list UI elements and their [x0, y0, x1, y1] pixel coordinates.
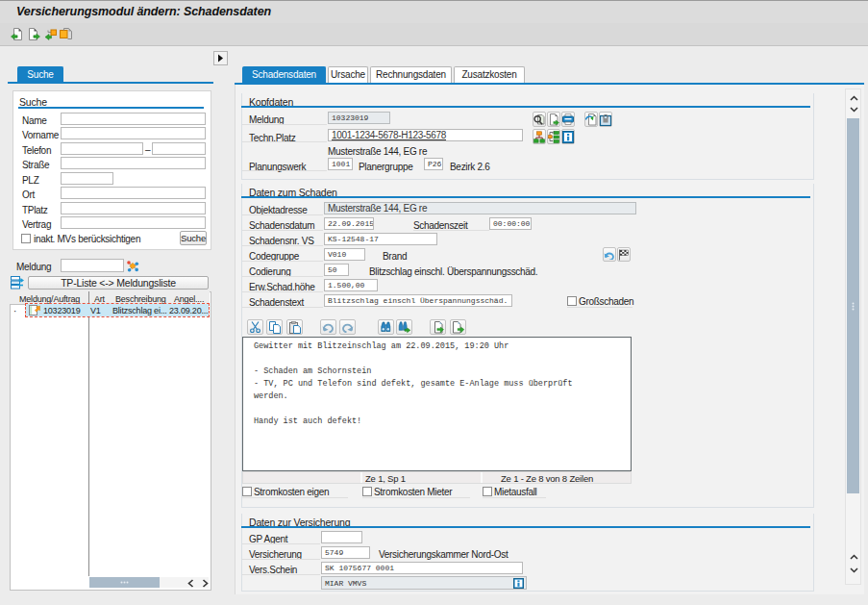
vscroll-up-bottom-icon[interactable]	[850, 553, 858, 560]
create-object-icon[interactable]	[44, 28, 57, 40]
document-back-icon[interactable]	[11, 28, 23, 40]
search-input-name[interactable]	[61, 113, 206, 125]
inakt-mvs-checkbox[interactable]	[21, 234, 31, 243]
application-toolbar	[0, 23, 868, 46]
where-used-icon[interactable]	[125, 259, 139, 272]
vscroll-up-icon[interactable]	[850, 94, 858, 101]
search-input-tplatz[interactable]	[61, 202, 206, 214]
structure-list-icon[interactable]	[547, 129, 560, 144]
kopfdaten-address-text: Musterstraße 144, EG re	[328, 145, 427, 158]
codierung-field[interactable]: 50	[324, 264, 349, 276]
codegruppe-text: Brand	[383, 250, 407, 263]
page-title: Versicherungsmodul ändern: Schadensdaten	[16, 5, 271, 18]
hierarchy-icon[interactable]	[533, 129, 546, 144]
tab-ursache[interactable]: Ursache	[328, 66, 368, 83]
stromkosten-mieter-checkbox[interactable]	[362, 487, 372, 496]
paste-icon[interactable]	[286, 319, 303, 335]
undo-assignment-icon[interactable]	[603, 247, 616, 262]
objektadresse-field: Musterstraße 144, EG re	[324, 202, 636, 214]
cut-icon[interactable]	[247, 319, 263, 335]
search-input-plz[interactable]	[61, 172, 113, 185]
search-input-telefon-1[interactable]	[61, 142, 143, 155]
search-input-strasse[interactable]	[61, 157, 206, 169]
kopfdaten-meldung-field: 10323019	[328, 112, 390, 124]
triangle-right-icon	[216, 54, 225, 63]
schadenszeit-field[interactable]: 00:00:00	[489, 217, 532, 230]
tab-zusatzkosten[interactable]: Zusatzkosten	[454, 66, 525, 83]
row-underline	[362, 497, 470, 498]
row-art: V1	[90, 306, 101, 315]
meldung-label: Meldung	[16, 261, 51, 273]
vers-schein-field[interactable]: SK 1075677 0001	[321, 562, 523, 574]
grossschaden-checkbox[interactable]	[567, 296, 577, 306]
right-vscrollbar[interactable]	[845, 88, 861, 585]
statusbar-divider	[481, 472, 483, 483]
tab-suche[interactable]: Suche	[17, 66, 63, 82]
meldung-input[interactable]	[61, 259, 124, 272]
mietausfall-checkbox[interactable]	[483, 487, 492, 496]
search-input-vorname[interactable]	[61, 127, 206, 139]
hscroll-thumb[interactable]	[89, 577, 160, 588]
tab-schadensdaten[interactable]: Schadensdaten	[242, 66, 326, 83]
display-icon[interactable]	[533, 112, 546, 127]
erw-schad-hoehe-field[interactable]: 1.500,00	[324, 279, 378, 291]
hscroll-left-icon[interactable]	[186, 578, 195, 588]
tab-rechnungsdaten-label: Rechnungsdaten	[376, 69, 446, 80]
info-icon[interactable]	[561, 129, 575, 144]
upload-text-icon[interactable]	[430, 319, 446, 335]
schadensdatum-field[interactable]: 22.09.2015	[324, 217, 374, 230]
editor-status-position: Ze 1, Sp 1	[365, 473, 406, 484]
catalog-flag-icon[interactable]	[617, 247, 631, 262]
codierung-text: Blitzschlag einschl. Überspannungsschäd.	[369, 265, 537, 278]
planergruppe-field[interactable]: P26	[424, 158, 443, 170]
tab-rechnungsdaten[interactable]: Rechnungsdaten	[370, 66, 452, 83]
vscroll-thumb[interactable]	[847, 118, 859, 493]
planungswerk-field[interactable]: 1001	[328, 158, 353, 170]
search-label-tplatz: TPlatz	[22, 204, 48, 216]
search-header-underline	[18, 107, 204, 109]
tp-liste-button[interactable]: TP-Liste <-> Meldungsliste	[28, 276, 209, 290]
search-input-telefon-2[interactable]	[152, 142, 206, 155]
document-forward-icon[interactable]	[28, 28, 40, 40]
row-meldung-auftrag: 10323019	[43, 306, 80, 315]
suche-button[interactable]: Suche	[180, 231, 207, 245]
search-input-vertrag[interactable]	[61, 216, 206, 229]
tab-schadensdaten-label: Schadensdaten	[252, 69, 316, 80]
versicherung-underline	[241, 526, 810, 528]
bezirk-text: Bezirk 2.6	[450, 161, 489, 173]
vscroll-down-icon[interactable]	[850, 106, 858, 113]
print-icon[interactable]	[561, 112, 575, 127]
search-input-ort[interactable]	[61, 187, 206, 199]
table-view-icon[interactable]	[11, 276, 25, 290]
hscroll-right-icon[interactable]	[200, 578, 210, 588]
search-label-ort: Ort	[22, 189, 35, 201]
document-change-icon[interactable]	[547, 112, 560, 127]
download-text-icon[interactable]	[450, 319, 466, 335]
field-info-icon[interactable]	[512, 578, 524, 589]
schadensnr-field[interactable]: KS-12548-17	[324, 233, 437, 245]
row-underline	[242, 124, 327, 125]
technplatz-label: Techn.Platz	[249, 132, 295, 144]
table-row[interactable]: 10323019 V1 Blitzschlag ei... 23.09.20..…	[26, 304, 209, 316]
kopfdaten-underline	[241, 106, 810, 108]
gp-agent-field[interactable]	[321, 531, 362, 543]
copy-icon[interactable]	[266, 319, 283, 335]
longtext-editor[interactable]: Gewitter mit Blitzeinschlag am 22.09.201…	[242, 337, 632, 471]
refresh-document-icon[interactable]	[584, 112, 598, 127]
technplatz-field[interactable]: 1001-1234-5678-H123-5678	[328, 129, 523, 141]
find-next-icon[interactable]	[396, 319, 412, 335]
undo-icon[interactable]	[320, 319, 336, 335]
versicherung-field[interactable]: 5749	[321, 546, 370, 559]
row-angelegt: 23.09.20...	[169, 306, 208, 315]
redo-icon[interactable]	[339, 319, 356, 335]
codegruppe-field[interactable]: V010	[324, 248, 365, 261]
clipboard-lock-icon[interactable]	[599, 112, 612, 127]
table-column-separator[interactable]	[88, 291, 89, 576]
collapse-panel-button[interactable]	[213, 51, 228, 65]
find-icon[interactable]	[378, 319, 394, 335]
longtext-content: Gewitter mit Blitzeinschlag am 22.09.201…	[254, 340, 573, 428]
schadenstext-field[interactable]: Blitzschlag einschl Überspannungsschäd.	[324, 294, 512, 307]
copy-object-icon[interactable]	[60, 28, 72, 40]
vscroll-down-bottom-icon[interactable]	[850, 567, 858, 573]
stromkosten-eigen-checkbox[interactable]	[242, 487, 252, 496]
